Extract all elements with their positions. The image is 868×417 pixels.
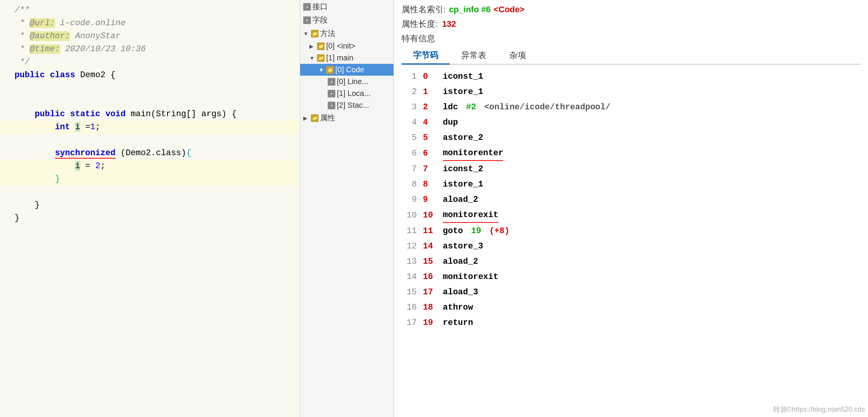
bc-offset-8: 8 xyxy=(423,178,437,191)
bytecode-panel: 属性名索引: cp_info #6 <Code> 属性长度: 132 特有信息 … xyxy=(394,0,868,417)
tree-item-linenumber[interactable]: ▪ [0] Line... xyxy=(300,76,393,88)
bc-row-10: 10 10 monitorexit xyxy=(401,208,860,224)
tree-item-property[interactable]: ▶ 📁 属性 xyxy=(300,111,393,125)
bc-instr-11: goto 19 (+8) xyxy=(443,224,509,238)
code-line-7 xyxy=(0,82,300,95)
bc-offset-17: 19 xyxy=(423,316,437,330)
code-line-17: } xyxy=(0,212,300,225)
tree-item-init[interactable]: ▶ 📁 [0] <init> xyxy=(300,40,393,52)
tree-item-main[interactable]: ▼ 📁 [1] main xyxy=(300,52,393,64)
bc-offset-9: 9 xyxy=(423,193,437,207)
bc-linenum-15: 15 xyxy=(401,286,417,299)
bc-linenum-12: 12 xyxy=(401,240,417,253)
file-icon-stack: ▪ xyxy=(328,102,335,109)
bc-row-1: 1 0 iconst_1 xyxy=(401,69,860,84)
bc-linenum-4: 4 xyxy=(401,116,417,130)
bc-linenum-2: 2 xyxy=(401,85,417,99)
bc-linenum-13: 13 xyxy=(401,255,417,269)
tree-panel: ▪ 接口 ▪ 字段 ▼ 📁 方法 ▶ 📁 [0] <init> ▼ 📁 [1] … xyxy=(300,0,394,417)
tabs-row: 字节码 异常表 杂项 xyxy=(401,47,860,65)
bc-offset-7: 7 xyxy=(423,162,437,176)
code-text-4: * @time: 2020/10/23 10:36 xyxy=(11,43,300,56)
bc-linenum-8: 8 xyxy=(401,178,417,191)
bc-row-6: 6 6 monitorenter xyxy=(401,146,860,162)
arrow-main: ▼ xyxy=(309,55,315,61)
bc-offset-6: 6 xyxy=(423,147,437,161)
code-text-1: /** xyxy=(11,4,300,17)
code-text-3: * @author: AnonyStar xyxy=(11,30,300,43)
code-text-14: } xyxy=(11,173,300,186)
bc-linenum-5: 5 xyxy=(401,131,417,145)
code-text-9: public static void main(String[] args) { xyxy=(11,108,300,121)
bc-linenum-9: 9 xyxy=(401,193,417,207)
code-line-2: * @url: i-code.online xyxy=(0,17,300,30)
tree-label-property: 属性 xyxy=(320,113,335,123)
tag-url: @url: xyxy=(30,18,55,28)
attr-len-value: 132 xyxy=(442,19,456,29)
bc-instr-2: istore_1 xyxy=(443,85,483,99)
bc-offset-12: 14 xyxy=(423,240,437,253)
bc-instr-9: aload_2 xyxy=(443,193,478,207)
bc-arg-11a: 19 xyxy=(471,226,481,236)
bc-instr-14: monitorexit xyxy=(443,270,498,284)
tree-label-main: [1] main xyxy=(326,54,353,62)
tag-time: @time: xyxy=(30,44,60,54)
tab-misc[interactable]: 杂项 xyxy=(498,47,538,65)
bytecode-table: 1 0 iconst_1 2 1 istore_1 3 2 ldc #2 <on… xyxy=(401,69,860,331)
bc-linenum-1: 1 xyxy=(401,70,417,84)
bc-offset-10: 10 xyxy=(423,209,437,222)
arrow-property: ▶ xyxy=(303,115,309,121)
bc-row-4: 4 4 dup xyxy=(401,115,860,130)
code-text-6: public class Demo2 { xyxy=(11,69,300,82)
code-line-11 xyxy=(0,134,300,147)
tree-item-field[interactable]: ▪ 字段 xyxy=(300,13,393,27)
attr-len-row: 属性长度: 132 xyxy=(401,18,860,30)
tree-item-stack[interactable]: ▪ [2] Stac... xyxy=(300,99,393,111)
code-line-13: i = 2; xyxy=(0,160,300,173)
code-text-16: } xyxy=(11,199,300,212)
bc-instr-13: aload_2 xyxy=(443,255,478,269)
bc-instr-7: iconst_2 xyxy=(443,162,483,176)
bc-offset-5: 5 xyxy=(423,131,437,145)
tree-label-interface: 接口 xyxy=(312,2,328,12)
bc-arg-3b: <online/icode/threadpool/ xyxy=(484,102,610,112)
bc-offset-1: 0 xyxy=(423,70,437,84)
tag-author: @author: xyxy=(30,31,70,41)
bc-row-5: 5 5 astore_2 xyxy=(401,130,860,146)
file-icon-local: ▪ xyxy=(328,90,335,97)
bc-row-7: 7 7 iconst_2 xyxy=(401,162,860,177)
tab-exception[interactable]: 异常表 xyxy=(450,47,498,65)
bc-instr-15: aload_3 xyxy=(443,286,478,299)
bc-row-3: 3 2 ldc #2 <online/icode/threadpool/ xyxy=(401,100,860,115)
code-text-2: * @url: i-code.online xyxy=(11,17,300,30)
file-icon-line: ▪ xyxy=(328,78,335,86)
bc-instr-17: return xyxy=(443,316,473,330)
code-line-16: } xyxy=(0,199,300,212)
bc-offset-3: 2 xyxy=(423,101,437,114)
tree-item-code[interactable]: ▼ 📁 [0] Code xyxy=(300,64,393,76)
bc-instr-4: dup xyxy=(443,116,458,130)
tab-bytecode[interactable]: 字节码 xyxy=(401,47,450,65)
folder-icon-init: 📁 xyxy=(317,42,325,50)
bc-row-17: 17 19 return xyxy=(401,315,860,331)
code-line-12: synchronized (Demo2.class){ xyxy=(0,147,300,160)
bc-linenum-14: 14 xyxy=(401,270,417,284)
tree-label-local: [1] Loca... xyxy=(337,89,371,98)
tree-item-localvar[interactable]: ▪ [1] Loca... xyxy=(300,88,393,99)
bc-arg-3a: #2 xyxy=(466,102,476,112)
bc-offset-4: 4 xyxy=(423,116,437,130)
tree-label-line: [0] Line... xyxy=(337,77,368,86)
bc-offset-11: 11 xyxy=(423,224,437,238)
code-text-5: */ xyxy=(11,56,300,69)
arrow-init: ▶ xyxy=(309,43,315,49)
tree-item-interface[interactable]: ▪ 接口 xyxy=(300,0,393,13)
tree-item-method[interactable]: ▼ 📁 方法 xyxy=(300,27,393,40)
bc-instr-10: monitorexit xyxy=(443,208,498,223)
arrow-code: ▼ xyxy=(319,67,325,73)
bc-row-12: 12 14 astore_3 xyxy=(401,239,860,254)
file-icon-interface: ▪ xyxy=(303,3,311,11)
code-text-8 xyxy=(11,95,300,108)
tree-label-method: 方法 xyxy=(320,28,335,39)
code-line-3: * @author: AnonyStar xyxy=(0,30,300,43)
code-text-10: int i =1; xyxy=(11,121,300,134)
